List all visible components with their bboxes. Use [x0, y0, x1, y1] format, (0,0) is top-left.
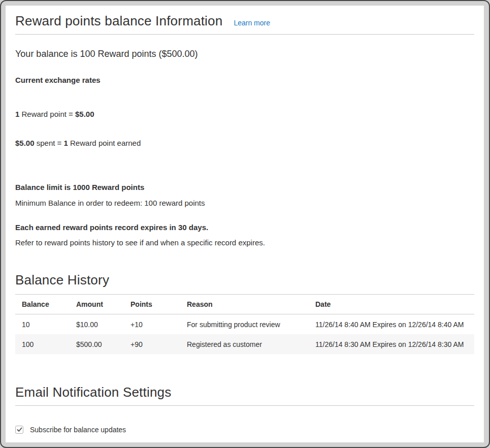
- cell-amount: $10.00: [70, 314, 124, 335]
- balance-updates-label[interactable]: Subscribe for balance updates: [30, 426, 126, 434]
- column-header-balance: Balance: [15, 295, 70, 314]
- column-header-points: Points: [124, 295, 180, 314]
- balance-limit-text: Balance limit is 1000 Reward points: [15, 183, 474, 191]
- spend-rate-line: $5.00 spent = 1 Reward point earned: [15, 138, 474, 148]
- cell-date: 11/26/14 8:30 AM Expires on 12/26/14 8:3…: [309, 334, 474, 354]
- earn-rate-line: 1 Reward point = $5.00: [15, 109, 474, 119]
- page-title: Reward points balance Information: [15, 13, 222, 29]
- reward-info-card: Reward points balance Information Learn …: [6, 6, 484, 442]
- cell-amount: $500.00: [70, 334, 124, 354]
- cell-balance: 10: [15, 314, 70, 335]
- cell-points: +90: [124, 334, 180, 354]
- expiration-text: Each earned reward points record expires…: [15, 223, 474, 232]
- learn-more-link[interactable]: Learn more: [234, 19, 270, 27]
- cell-balance: 100: [15, 334, 70, 354]
- page-header: Reward points balance Information Learn …: [15, 10, 474, 35]
- exchange-rates-heading: Current exchange rates: [15, 76, 474, 84]
- email-settings-title: Email Notification Settings: [15, 385, 474, 406]
- table-header-row: Balance Amount Points Reason Date: [15, 295, 474, 314]
- column-header-reason: Reason: [180, 295, 309, 314]
- cell-reason: Registered as customer: [180, 334, 309, 354]
- balance-history-title: Balance History: [15, 272, 474, 288]
- balance-summary: Your balance is 100 Reward points ($500.…: [15, 49, 474, 59]
- column-header-date: Date: [309, 295, 474, 314]
- balance-updates-checkbox[interactable]: [15, 426, 23, 434]
- column-header-amount: Amount: [70, 295, 124, 314]
- balance-updates-option: Subscribe for balance updates: [15, 426, 474, 434]
- table-row: 100 $500.00 +90 Registered as customer 1…: [15, 334, 474, 354]
- minimum-redeem-text: Minimum Balance in order to redeem: 100 …: [15, 199, 474, 207]
- cell-reason: For submitting product review: [180, 314, 309, 335]
- balance-history-table: Balance Amount Points Reason Date 10 $10…: [15, 294, 474, 354]
- table-row: 10 $10.00 +10 For submitting product rev…: [15, 314, 474, 335]
- cell-date: 11/26/14 8:40 AM Expires on 12/26/14 8:4…: [309, 314, 474, 335]
- expiration-note-text: Refer to reward points history to see if…: [15, 238, 474, 247]
- cell-points: +10: [124, 314, 180, 335]
- exchange-rates-lines: 1 Reward point = $5.00 $5.00 spent = 1 R…: [15, 90, 474, 167]
- check-icon: [17, 427, 22, 432]
